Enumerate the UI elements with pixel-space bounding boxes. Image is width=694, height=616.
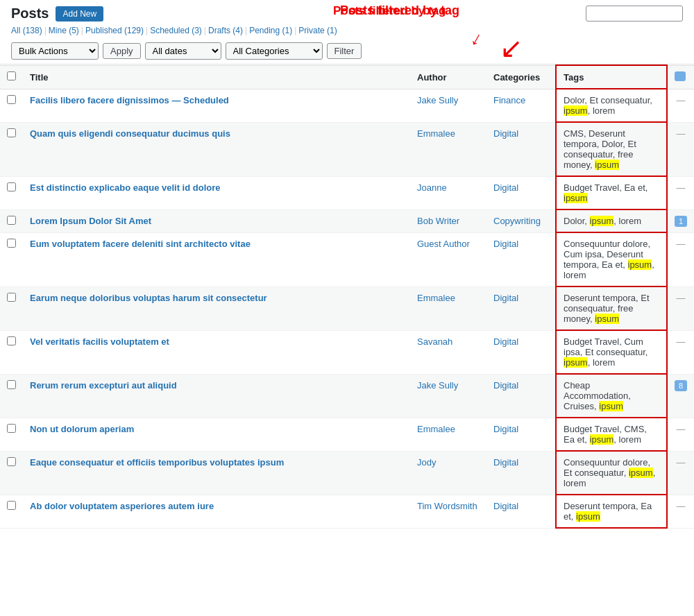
post-title-link[interactable]: Ab dolor voluptatem asperiores autem iur… bbox=[30, 501, 214, 511]
search-input[interactable] bbox=[586, 6, 683, 22]
author-link[interactable]: Jake Sully bbox=[417, 380, 458, 391]
page-header: Posts Add New bbox=[0, 0, 694, 22]
filter-scheduled[interactable]: Scheduled (3) bbox=[150, 26, 202, 35]
filter-all[interactable]: All (138) bbox=[11, 26, 42, 35]
comments-column-header bbox=[667, 65, 694, 89]
comment-dash: — bbox=[677, 424, 686, 434]
page-title: Posts bbox=[11, 6, 49, 22]
author-link[interactable]: Emmalee bbox=[417, 293, 455, 303]
post-title-link[interactable]: Eaque consequatur et officiis temporibus… bbox=[30, 457, 284, 468]
row-checkbox[interactable] bbox=[7, 380, 16, 389]
filter-mine[interactable]: Mine (5) bbox=[49, 26, 79, 35]
row-checkbox[interactable] bbox=[7, 501, 16, 510]
category-link[interactable]: Digital bbox=[493, 293, 518, 303]
post-title-link[interactable]: Facilis libero facere dignissimos — Sche… bbox=[30, 95, 229, 105]
post-title-link[interactable]: Vel veritatis facilis voluptatem et bbox=[30, 336, 169, 347]
comment-count-link[interactable]: 8 bbox=[675, 380, 687, 391]
filter-private[interactable]: Private (1) bbox=[298, 26, 337, 35]
category-link[interactable]: Digital bbox=[493, 182, 518, 193]
author-link[interactable]: Tim Wordsmith bbox=[417, 501, 477, 511]
comment-dash: — bbox=[677, 128, 686, 139]
author-column-header: Author bbox=[410, 65, 486, 89]
post-title-link[interactable]: Rerum rerum excepturi aut aliquid bbox=[30, 380, 177, 391]
category-link[interactable]: Digital bbox=[493, 457, 518, 468]
tags-cell: CMS, Deserunt tempora, Dolor, Et consequ… bbox=[556, 122, 667, 176]
comment-cell: — bbox=[667, 495, 694, 528]
category-filter-select[interactable]: All Categories bbox=[226, 42, 323, 60]
filter-published[interactable]: Published (129) bbox=[85, 26, 144, 35]
row-checkbox[interactable] bbox=[7, 424, 16, 433]
category-link[interactable]: Digital bbox=[493, 336, 518, 347]
author-link[interactable]: Emmalee bbox=[417, 424, 455, 434]
apply-button[interactable]: Apply bbox=[103, 43, 141, 59]
categories-column-header: Categories bbox=[486, 65, 556, 89]
row-checkbox[interactable] bbox=[7, 293, 16, 302]
tag-highlight: ipsum bbox=[595, 160, 619, 170]
comment-dash: — bbox=[677, 457, 686, 468]
comment-cell: — bbox=[667, 122, 694, 176]
filter-button[interactable]: Filter bbox=[327, 43, 362, 59]
post-title-link[interactable]: Quam quis eligendi consequatur ducimus q… bbox=[30, 128, 230, 139]
post-title-link[interactable]: Earum neque doloribus voluptas harum sit… bbox=[30, 293, 267, 303]
category-link[interactable]: Digital bbox=[493, 424, 518, 434]
comment-count-link[interactable]: 1 bbox=[675, 216, 687, 227]
comment-bubble-icon bbox=[675, 71, 686, 81]
comment-dash: — bbox=[677, 182, 686, 193]
comment-cell: — bbox=[667, 451, 694, 495]
tag-highlight: ipsum bbox=[564, 357, 588, 368]
bulk-actions-select[interactable]: Bulk Actions bbox=[11, 42, 99, 60]
category-link[interactable]: Digital bbox=[493, 128, 518, 139]
tags-cell: Deserunt tempora, Et consequatur, free m… bbox=[556, 286, 667, 330]
row-checkbox[interactable] bbox=[7, 95, 16, 104]
table-row: Earum neque doloribus voluptas harum sit… bbox=[0, 286, 694, 330]
post-title-link[interactable]: Eum voluptatem facere deleniti sint arch… bbox=[30, 239, 251, 249]
author-link[interactable]: Jody bbox=[417, 457, 436, 468]
table-row: Est distinctio explicabo eaque velit id … bbox=[0, 176, 694, 209]
comment-cell: 8 bbox=[667, 374, 694, 418]
comment-cell: — bbox=[667, 286, 694, 330]
table-row: Lorem Ipsum Dolor Sit AmetBob WriterCopy… bbox=[0, 209, 694, 232]
post-title-link[interactable]: Est distinctio explicabo eaque velit id … bbox=[30, 182, 221, 193]
tags-cell: Budget Travel, CMS, Ea et, ipsum, lorem bbox=[556, 418, 667, 451]
author-link[interactable]: Bob Writer bbox=[417, 216, 459, 226]
author-link[interactable]: Joanne bbox=[417, 182, 447, 193]
author-link[interactable]: Jake Sully bbox=[417, 95, 458, 105]
author-link[interactable]: Guest Author bbox=[417, 239, 470, 249]
row-checkbox[interactable] bbox=[7, 216, 16, 225]
category-link[interactable]: Digital bbox=[493, 380, 518, 391]
tag-highlight: ipsum bbox=[590, 434, 614, 445]
filter-pending[interactable]: Pending (1) bbox=[249, 26, 292, 35]
tag-highlight: ipsum bbox=[595, 314, 619, 324]
row-checkbox[interactable] bbox=[7, 182, 16, 191]
post-title-link[interactable]: Lorem Ipsum Dolor Sit Amet bbox=[30, 216, 151, 226]
tag-highlight: ipsum bbox=[576, 511, 600, 522]
author-link[interactable]: Emmalee bbox=[417, 128, 455, 139]
date-filter-select[interactable]: All dates bbox=[145, 42, 221, 60]
add-new-button[interactable]: Add New bbox=[56, 6, 103, 22]
category-link[interactable]: Digital bbox=[493, 239, 518, 249]
tags-cell: Cheap Accommodation, Cruises, ipsum bbox=[556, 374, 667, 418]
author-link[interactable]: Savanah bbox=[417, 336, 452, 347]
comment-cell: 1 bbox=[667, 209, 694, 232]
row-checkbox[interactable] bbox=[7, 239, 16, 248]
tags-cell: Consequuntur dolore, Cum ipsa, Deserunt … bbox=[556, 232, 667, 286]
tag-highlight: ipsum bbox=[564, 193, 588, 203]
tags-cell: Budget Travel, Ea et, ipsum bbox=[556, 176, 667, 209]
post-title-link[interactable]: Non ut dolorum aperiam bbox=[30, 424, 134, 434]
tag-highlight: ipsum bbox=[629, 468, 653, 478]
select-all-checkbox[interactable] bbox=[7, 71, 16, 80]
row-checkbox[interactable] bbox=[7, 336, 16, 345]
comment-cell: — bbox=[667, 418, 694, 451]
category-link[interactable]: Copywriting bbox=[493, 216, 541, 226]
comment-cell: — bbox=[667, 330, 694, 374]
tags-column-header: Tags bbox=[556, 65, 667, 89]
row-checkbox[interactable] bbox=[7, 128, 16, 137]
comment-dash: — bbox=[677, 239, 686, 249]
category-link[interactable]: Digital bbox=[493, 501, 518, 511]
category-link[interactable]: Finance bbox=[493, 95, 525, 105]
title-column-header: Title bbox=[23, 65, 410, 89]
row-checkbox[interactable] bbox=[7, 457, 16, 466]
comment-dash: — bbox=[677, 95, 686, 105]
filter-links: All (138) | Mine (5) | Published (129) |… bbox=[0, 22, 694, 38]
filter-drafts[interactable]: Drafts (4) bbox=[208, 26, 243, 35]
